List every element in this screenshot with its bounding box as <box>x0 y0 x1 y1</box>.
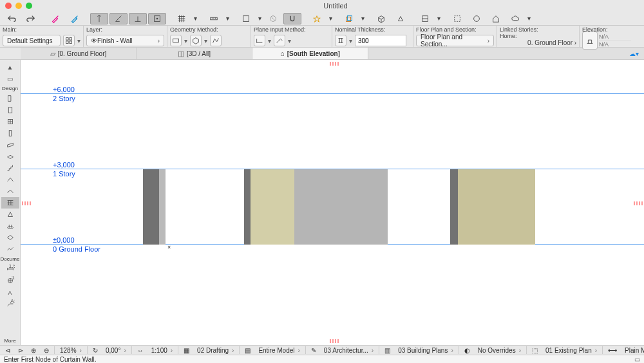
angle-value[interactable]: 0,00°› <box>103 347 129 354</box>
zoom-out-icon[interactable]: ⊖ <box>41 347 52 354</box>
syringe-icon[interactable] <box>66 13 84 24</box>
level-tool[interactable]: 1.5 <box>1 275 19 286</box>
section-icon[interactable] <box>416 13 434 24</box>
window-zoom[interactable] <box>26 3 32 9</box>
column-tool[interactable] <box>1 127 19 139</box>
window-minimize[interactable] <box>15 3 22 9</box>
chevron-down-icon[interactable]: ▾ <box>192 13 198 24</box>
chevron-down-icon[interactable]: ▾ <box>349 37 352 44</box>
object-tool[interactable] <box>1 220 19 232</box>
slab-tool[interactable] <box>1 151 19 162</box>
svg-text:A1: A1 <box>10 299 15 304</box>
home-label: Home: <box>500 33 576 39</box>
stair-tool[interactable] <box>1 162 19 174</box>
beam-tool[interactable] <box>1 139 19 151</box>
3d-perspective-icon[interactable] <box>392 13 410 24</box>
grid-settings-icon[interactable] <box>63 35 75 46</box>
status-dimension[interactable]: Plain Meter› <box>622 347 644 354</box>
window-close[interactable] <box>5 3 12 9</box>
plane-slanted-icon[interactable] <box>274 35 285 46</box>
morph-tool[interactable] <box>1 209 19 220</box>
chevron-down-icon[interactable]: ▾ <box>435 13 442 24</box>
arrow-tool[interactable]: ▲ <box>1 61 19 73</box>
chevron-down-icon[interactable]: ▾ <box>268 37 271 44</box>
status-drafting[interactable]: 02 Drafting› <box>194 347 236 354</box>
edit-selection-icon[interactable] <box>448 13 466 24</box>
drag-handle-right[interactable] <box>634 201 643 205</box>
rotate-icon[interactable]: ↻ <box>90 347 100 354</box>
box-icon[interactable] <box>237 13 255 24</box>
status-overrides[interactable]: No Overrides› <box>475 347 524 354</box>
tab-ground-floor[interactable]: ▱ [0. Ground Floor] <box>21 48 137 59</box>
cloud-icon[interactable] <box>506 13 524 24</box>
redo-icon[interactable] <box>22 13 40 24</box>
chevron-down-icon[interactable]: ▾ <box>288 37 291 44</box>
window-tool[interactable] <box>1 116 19 127</box>
tab-3d[interactable]: ◫ [3D / All] <box>137 48 252 59</box>
chevron-down-icon[interactable]: ▾ <box>526 13 532 24</box>
status-building[interactable]: 03 Building Plans› <box>395 347 456 354</box>
undo-icon[interactable] <box>3 13 21 24</box>
chevron-down-icon[interactable]: ▾ <box>204 37 207 44</box>
chevron-down-icon[interactable]: ▾ <box>256 13 263 24</box>
nav-back-button[interactable]: ⊲ <box>3 347 13 354</box>
zoom-icon[interactable]: ⊕ <box>28 347 39 354</box>
floorplan-button[interactable]: Floor Plan and Section... › <box>416 35 494 46</box>
linked-story-button[interactable]: 0. Ground Floor › <box>500 39 576 46</box>
text-tool[interactable]: A <box>1 286 19 298</box>
geometry-straight-icon[interactable] <box>170 35 182 46</box>
drag-handle-top[interactable] <box>330 62 339 66</box>
more-label: More <box>4 337 15 345</box>
geometry-curved-icon[interactable] <box>190 35 202 46</box>
marquee-tool[interactable]: ▭ <box>1 73 19 84</box>
chevron-down-icon[interactable]: ▾ <box>184 37 187 44</box>
plane-flat-icon[interactable] <box>254 35 265 46</box>
tab-overflow-icon[interactable]: ☁▾ <box>623 48 644 59</box>
canvas[interactable]: +6,000 2 Story +3,000 1 Story ±0,000 0 G… <box>21 60 644 345</box>
zone-tool[interactable] <box>1 232 19 243</box>
mesh-tool[interactable] <box>1 243 19 255</box>
ruler-icon[interactable] <box>205 13 223 24</box>
wall-tool[interactable] <box>1 93 19 104</box>
curtainwall-tool[interactable] <box>1 197 19 209</box>
guide-snap-icon[interactable] <box>148 13 166 24</box>
favorite-icon[interactable] <box>308 13 326 24</box>
drag-handle-left[interactable] <box>22 201 31 205</box>
trace-icon[interactable] <box>340 13 358 24</box>
roof-tool[interactable] <box>1 174 19 185</box>
chevron-down-icon[interactable]: ▾ <box>224 13 231 24</box>
guide-angle-icon[interactable] <box>109 13 128 24</box>
nav-fwd-button[interactable]: ⊳ <box>15 347 26 354</box>
chevron-down-icon[interactable]: ▾ <box>77 37 80 44</box>
grid-icon[interactable] <box>173 13 191 24</box>
label-tool[interactable]: A1 <box>1 298 19 310</box>
guide-perp-icon[interactable] <box>129 13 147 24</box>
status-model[interactable]: Entire Model› <box>256 347 302 354</box>
thickness-input[interactable] <box>355 35 406 46</box>
status-arch[interactable]: 03 Architectur...› <box>321 347 376 354</box>
scale-value[interactable]: 1:100› <box>149 347 175 354</box>
suspend-icon[interactable] <box>264 13 282 24</box>
guide-vertical-icon[interactable] <box>90 13 108 24</box>
home-icon[interactable] <box>487 13 505 24</box>
eyedropper-icon[interactable] <box>46 13 64 24</box>
drag-handle-bottom[interactable] <box>330 339 339 343</box>
elevation-icon: ⌂ <box>280 50 285 57</box>
geometry-chain-icon[interactable] <box>210 35 222 46</box>
3d-window-icon[interactable] <box>372 13 390 24</box>
default-settings-button[interactable]: Default Settings <box>3 35 61 46</box>
chevron-down-icon[interactable]: ▾ <box>359 13 366 24</box>
dimension-tool[interactable]: 1.5 <box>1 263 19 275</box>
tab-south-elevation[interactable]: ⌂ [South Elevation] <box>252 48 368 59</box>
status-existing[interactable]: 01 Existing Plan› <box>543 347 600 354</box>
show-all-icon[interactable] <box>468 13 486 24</box>
door-tool[interactable] <box>1 104 19 116</box>
elevation-icon[interactable] <box>582 32 598 50</box>
panel-toggle-icon[interactable]: ▭ <box>634 356 640 363</box>
layer-select[interactable]: 👁 Finish - Wall › <box>86 35 164 46</box>
thickness-icon[interactable] <box>335 35 346 46</box>
shell-tool[interactable] <box>1 185 19 197</box>
chevron-down-icon[interactable]: ▾ <box>327 13 334 24</box>
zoom-value[interactable]: 128%› <box>57 347 84 354</box>
magnet-icon[interactable] <box>283 13 301 24</box>
